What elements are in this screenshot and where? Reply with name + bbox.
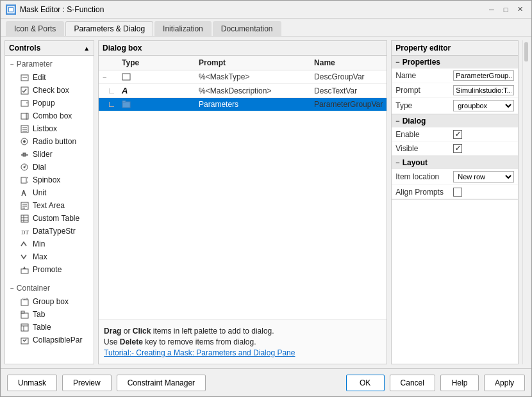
maximize-button[interactable]: □ xyxy=(499,4,512,15)
visible-checkbox[interactable] xyxy=(453,144,462,153)
collapsible-par-icon xyxy=(19,336,29,344)
tab-icon xyxy=(19,310,29,319)
control-edit[interactable]: Edit xyxy=(6,71,92,84)
combo-box-label: Combo box xyxy=(33,111,72,120)
prompt-input[interactable] xyxy=(453,85,514,95)
control-collapsible-par[interactable]: CollapsiblePar xyxy=(6,334,92,346)
control-popup[interactable]: Popup xyxy=(6,97,92,109)
max-label: Max xyxy=(33,252,47,261)
tab-icon-ports[interactable]: Icon & Ports xyxy=(6,21,64,36)
svg-rect-20 xyxy=(21,177,26,183)
control-table[interactable]: Table xyxy=(6,321,92,334)
tab-label: Tab xyxy=(33,310,45,319)
group-container: Container xyxy=(6,281,92,295)
dialog-title: Dialog box xyxy=(103,44,142,53)
close-button[interactable]: ✕ xyxy=(513,4,526,15)
popup-icon xyxy=(19,99,29,108)
svg-rect-1 xyxy=(9,8,13,12)
cancel-button[interactable]: Cancel xyxy=(390,375,435,391)
row3-type xyxy=(122,101,199,108)
svg-rect-16 xyxy=(23,153,26,156)
footer-delete-bold: Delete xyxy=(120,337,143,346)
enable-checkbox[interactable] xyxy=(453,130,462,139)
control-promote[interactable]: Promote xyxy=(6,263,92,276)
control-unit[interactable]: Unit xyxy=(6,186,92,199)
dialog-row[interactable]: A %<MaskDescription> DescTextVar xyxy=(99,84,387,98)
svg-rect-40 xyxy=(21,311,24,313)
control-text-area[interactable]: Text Area xyxy=(6,199,92,212)
properties-section-header[interactable]: Properties xyxy=(392,56,518,69)
group-parameter: Parameter xyxy=(6,57,92,71)
svg-marker-22 xyxy=(27,181,28,182)
tab-params-dialog[interactable]: Parameters & Dialog xyxy=(65,21,153,36)
control-radio-button[interactable]: Radio button xyxy=(6,135,92,148)
minimize-button[interactable]: ─ xyxy=(485,4,498,15)
promote-label: Promote xyxy=(33,265,62,274)
footer-line2: Use Delete key to remove items from dial… xyxy=(104,337,381,346)
control-spinbox[interactable]: Spinbox xyxy=(6,174,92,186)
side-scrollbar xyxy=(522,40,528,364)
align-prompts-checkbox[interactable] xyxy=(453,188,462,197)
svg-rect-46 xyxy=(122,102,130,108)
control-check-box[interactable]: Check box xyxy=(6,84,92,97)
col-tree xyxy=(103,58,122,67)
check-box-icon xyxy=(19,86,29,95)
type-label: Type xyxy=(395,101,453,110)
control-max[interactable]: Max xyxy=(6,250,92,263)
tutorial-link[interactable]: Tutorial:- Creating a Mask: Parameters a… xyxy=(104,348,295,357)
control-datatype-str[interactable]: DT DataTypeStr xyxy=(6,225,92,238)
dialog-panel: Dialog box Type Prompt Name − %<MaskType… xyxy=(98,40,387,364)
type-select[interactable]: groupbox xyxy=(453,100,514,111)
slider-icon xyxy=(19,150,29,159)
control-listbox[interactable]: Listbox xyxy=(6,122,92,135)
name-input[interactable] xyxy=(453,70,514,81)
tab-bar: Icon & Ports Parameters & Dialog Initial… xyxy=(1,19,531,36)
layout-section-label: Layout xyxy=(403,158,428,167)
unit-label: Unit xyxy=(33,188,46,197)
bottom-bar: Unmask Preview Constraint Manager OK Can… xyxy=(1,368,531,396)
unmask-button[interactable]: Unmask xyxy=(7,375,57,391)
control-combo-box[interactable]: Combo box xyxy=(6,109,92,122)
control-dial[interactable]: Dial xyxy=(6,161,92,174)
dialog-table: Type Prompt Name − %<MaskType> DescGroup… xyxy=(99,56,387,188)
layout-section: Layout Item location New row Align Promp… xyxy=(392,156,518,200)
help-button[interactable]: Help xyxy=(440,375,479,391)
tab-initialization[interactable]: Initialization xyxy=(154,21,212,36)
dial-label: Dial xyxy=(33,163,46,172)
prop-row-enable: Enable xyxy=(392,127,518,142)
combo-box-icon xyxy=(19,111,29,120)
svg-rect-8 xyxy=(26,113,28,119)
ok-button[interactable]: OK xyxy=(346,375,385,391)
controls-scroll-indicator: ▲ xyxy=(83,45,90,52)
control-group-box[interactable]: GB Group box xyxy=(6,295,92,308)
properties-section-label: Properties xyxy=(403,58,440,67)
tab-documentation[interactable]: Documentation xyxy=(213,21,281,36)
prop-row-name: Name xyxy=(392,69,518,83)
control-slider[interactable]: Slider xyxy=(6,148,92,161)
unit-icon xyxy=(19,188,29,197)
prop-row-align-prompts: Align Prompts xyxy=(392,185,518,199)
control-custom-table[interactable]: Custom Table xyxy=(6,212,92,225)
dialog-section-header[interactable]: Dialog xyxy=(392,115,518,127)
title-bar: Mask Editor : S-Function ─ □ ✕ xyxy=(1,1,531,19)
max-icon xyxy=(19,252,29,261)
dialog-row[interactable]: − %<MaskType> DescGroupVar xyxy=(99,70,387,84)
prop-row-item-location: Item location New row xyxy=(392,169,518,185)
property-title: Property editor xyxy=(395,44,451,53)
constraint-manager-button[interactable]: Constraint Manager xyxy=(117,375,206,391)
preview-button[interactable]: Preview xyxy=(62,375,112,391)
control-min[interactable]: Min xyxy=(6,238,92,250)
radio-button-label: Radio button xyxy=(33,137,76,146)
prop-row-prompt: Prompt xyxy=(392,83,518,98)
controls-list[interactable]: Parameter Edit Check box Popup Combo box xyxy=(5,56,94,364)
control-tab[interactable]: Tab xyxy=(6,308,92,321)
layout-section-header[interactable]: Layout xyxy=(392,156,518,169)
dialog-row-selected[interactable]: Parameters ParameterGroupVar xyxy=(99,98,387,111)
footer-drag-bold: Drag xyxy=(104,327,121,336)
spinbox-label: Spinbox xyxy=(33,175,60,184)
item-location-select[interactable]: New row xyxy=(453,171,514,182)
min-icon xyxy=(19,239,29,248)
svg-text:DT: DT xyxy=(21,229,29,236)
apply-button[interactable]: Apply xyxy=(484,375,525,391)
visible-label: Visible xyxy=(395,144,453,153)
